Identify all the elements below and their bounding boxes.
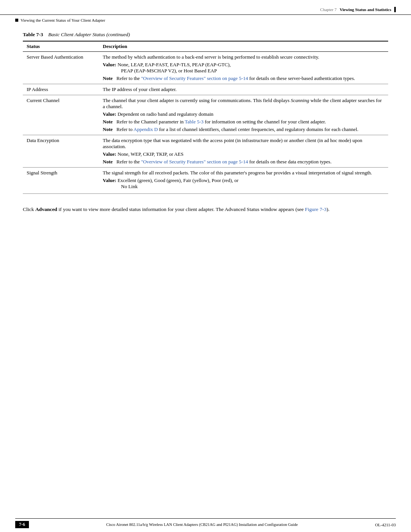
body-part2: if you want to view more detailed status… <box>57 206 305 212</box>
body-bold: Advanced <box>35 206 57 212</box>
desc-cell: The signal strength for all received pac… <box>99 168 388 194</box>
status-cell: Server Based Authentication <box>23 52 99 84</box>
desc-main: The method by which authentication to a … <box>103 54 384 60</box>
security-link[interactable]: "Overview of Security Features" section … <box>141 159 248 165</box>
header-rule <box>394 7 396 12</box>
note-row-2: Note Refer to Appendix D for a list of c… <box>103 126 384 133</box>
header-title: Viewing Status and Statistics <box>339 7 391 12</box>
appendixd-link[interactable]: Appendix D <box>134 126 158 132</box>
value-text-no-link: No Link <box>103 184 384 190</box>
breadcrumb-text: Viewing the Current Status of Your Clien… <box>21 18 105 22</box>
breadcrumb-bullet <box>15 19 18 22</box>
desc-cell: The data encryption type that was negoti… <box>99 135 388 168</box>
note-row-1: Note Refer to the Channel parameter in T… <box>103 119 384 125</box>
footer-doc-title: Cisco Aironet 802.11a/b/g Wireless LAN C… <box>106 522 298 527</box>
table-title: Basic Client Adapter Status (continued) <box>48 32 130 37</box>
status-cell: IP Address <box>23 84 99 95</box>
table5-3-link[interactable]: Table 5-3 <box>185 119 204 125</box>
desc-cell: The IP address of your client adapter. <box>99 84 388 95</box>
main-table: Status Description Server Based Authenti… <box>23 41 388 194</box>
status-cell: Signal Strength <box>23 168 99 194</box>
value-line: Value: None, WEP, CKIP, TKIP, or AES <box>103 151 384 157</box>
note-text: Refer to the "Overview of Security Featu… <box>116 159 384 165</box>
note-link[interactable]: "Overview of Security Features" section … <box>141 75 248 81</box>
note-text-1: Refer to the Channel parameter in Table … <box>116 119 384 125</box>
footer-doc-num: OL-4211-03 <box>375 522 396 527</box>
note-label: Note <box>103 159 113 165</box>
page-content: Table 7-3 Basic Client Adapter Status (c… <box>0 22 411 221</box>
note-label: Note <box>103 75 113 81</box>
value-line: Value: None, LEAP, EAP-FAST, EAP-TLS, PE… <box>103 62 384 74</box>
footer-content: 7-6 Cisco Aironet 802.11a/b/g Wireless L… <box>0 519 411 532</box>
chapter-label: Chapter 7 <box>320 7 336 12</box>
desc-cell: The channel that your client adapter is … <box>99 95 388 135</box>
value-label: Value: <box>103 62 116 67</box>
figure7-3-link[interactable]: Figure 7-3 <box>305 206 327 212</box>
table-label: Table 7-3 <box>23 32 43 37</box>
col-header-status: Status <box>23 41 99 52</box>
table-row: Signal Strength The signal strength for … <box>23 168 388 194</box>
desc-main: The IP address of your client adapter. <box>103 86 384 93</box>
value-line: Value: Excellent (green), Good (green), … <box>103 177 384 190</box>
body-part1: Click <box>23 206 35 212</box>
status-cell: Data Encryption <box>23 135 99 168</box>
value-label: Value: <box>103 111 116 117</box>
status-cell: Current Channel <box>23 95 99 135</box>
note-row: Note Refer to the "Overview of Security … <box>103 159 384 165</box>
desc-cell: The method by which authentication to a … <box>99 52 388 84</box>
note-text-2: Refer to Appendix D for a list of channe… <box>116 126 384 133</box>
note-text: Refer to the "Overview of Security Featu… <box>116 75 384 81</box>
page-footer: 7-6 Cisco Aironet 802.11a/b/g Wireless L… <box>0 518 411 532</box>
value-text-cont: PEAP (EAP-MSCHAP V2), or Host Based EAP <box>103 68 384 74</box>
page-subheader: Viewing the Current Status of Your Clien… <box>0 15 411 22</box>
note-row: Note Refer to the "Overview of Security … <box>103 75 384 81</box>
table-caption: Table 7-3 Basic Client Adapter Status (c… <box>23 32 388 38</box>
table-row: IP Address The IP address of your client… <box>23 84 388 95</box>
page-number: 7-6 <box>15 521 29 528</box>
table-row: Current Channel The channel that your cl… <box>23 95 388 135</box>
note-label: Note <box>103 119 113 125</box>
note-label: Note <box>103 126 113 133</box>
table-row: Data Encryption The data encryption type… <box>23 135 388 168</box>
table-row: Server Based Authentication The method b… <box>23 52 388 84</box>
body-text: Click Advanced if you want to view more … <box>23 205 388 214</box>
desc-main: The data encryption type that was negoti… <box>103 137 384 150</box>
page-header: Chapter 7 Viewing Status and Statistics <box>0 0 411 15</box>
body-part3: ). <box>327 206 330 212</box>
desc-main: The channel that your client adapter is … <box>103 97 384 110</box>
value-label: Value: <box>103 151 116 157</box>
value-label: Value: <box>103 177 116 183</box>
value-line: Value: Dependent on radio band and regul… <box>103 111 384 117</box>
scanning-word: Scanning <box>291 97 309 103</box>
col-header-desc: Description <box>99 41 388 52</box>
desc-main: The signal strength for all received pac… <box>103 170 384 176</box>
